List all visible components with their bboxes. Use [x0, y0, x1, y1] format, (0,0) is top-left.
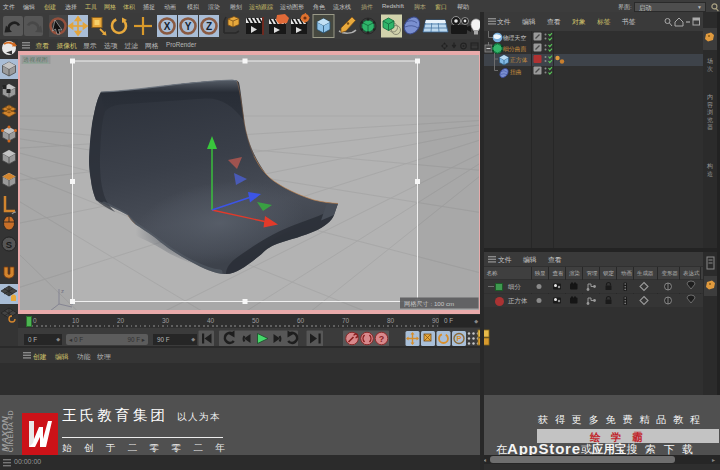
svg-text:?: ? — [379, 334, 385, 344]
svg-text:网格尺寸 : 100 cm: 网格尺寸 : 100 cm — [404, 300, 454, 308]
svg-text:Y: Y — [185, 21, 192, 32]
svg-text:P: P — [456, 334, 461, 343]
svg-text:X: X — [164, 21, 171, 32]
svg-text:S: S — [6, 239, 12, 250]
svg-text:Z: Z — [206, 21, 212, 32]
